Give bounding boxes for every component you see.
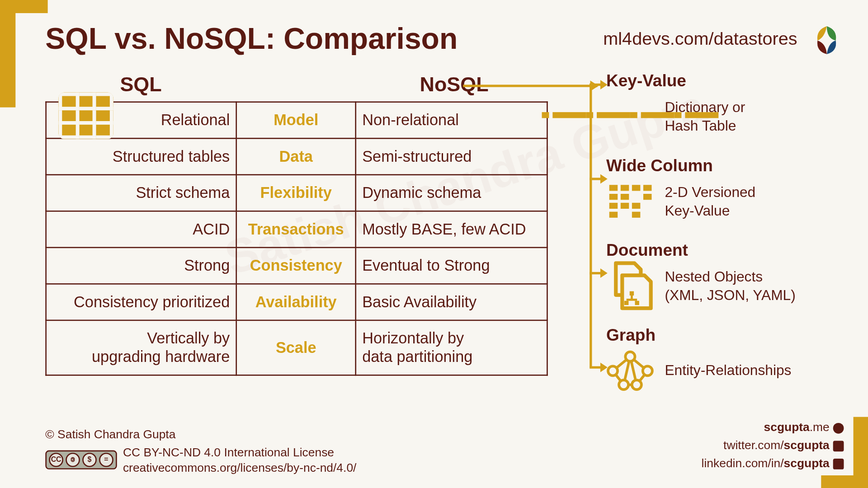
svg-rect-0 bbox=[630, 291, 634, 296]
type-title: Graph bbox=[606, 326, 845, 345]
linkedin-link: linkedin.com/in/scgupta bbox=[702, 454, 844, 472]
personal-site-link: scgupta.me bbox=[702, 418, 844, 436]
sql-cell: Strict schema bbox=[46, 175, 236, 211]
nosql-cell: Horizontally by data partitioning bbox=[356, 320, 547, 375]
table-row: StrongConsistencyEventual to Strong bbox=[46, 248, 547, 284]
category-cell: Model bbox=[236, 102, 356, 139]
nosql-cell: Eventual to Strong bbox=[356, 248, 547, 284]
category-cell: Transactions bbox=[236, 211, 356, 248]
category-cell: Data bbox=[236, 138, 356, 175]
type-title: Wide Column bbox=[606, 156, 845, 175]
nosql-cell: Non-relational bbox=[356, 102, 547, 139]
footer-right: scgupta.me twitter.com/scgupta linkedin.… bbox=[702, 418, 844, 472]
svg-rect-3 bbox=[624, 301, 628, 305]
nosql-cell: Dynamic schema bbox=[356, 175, 547, 211]
sql-cell: Consistency prioritized bbox=[46, 284, 236, 320]
category-cell: Availability bbox=[236, 284, 356, 320]
svg-point-15 bbox=[619, 380, 628, 389]
type-desc: Dictionary or Hash Table bbox=[665, 98, 745, 135]
linkedin-icon bbox=[833, 459, 844, 469]
type-title: Document bbox=[606, 241, 845, 260]
connector-vertical bbox=[590, 84, 592, 367]
category-cell: Consistency bbox=[236, 248, 356, 284]
connector-arrow bbox=[590, 366, 601, 368]
table-row: ACIDTransactionsMostly BASE, few ACID bbox=[46, 211, 547, 248]
license-name: CC BY-NC-ND 4.0 International License bbox=[123, 444, 356, 460]
document-icon bbox=[606, 265, 654, 306]
svg-rect-4 bbox=[635, 301, 639, 305]
table-icon bbox=[58, 93, 113, 139]
graph-icon bbox=[606, 350, 654, 391]
page-title: SQL vs. NoSQL: Comparison bbox=[45, 22, 458, 56]
globe-icon bbox=[833, 423, 844, 434]
type-graph: Graph Entity-R bbox=[606, 326, 845, 391]
sql-cell: Strong bbox=[46, 248, 236, 284]
svg-point-16 bbox=[632, 380, 642, 389]
svg-point-13 bbox=[608, 366, 618, 375]
cc-license-badge-icon: CC🄯$= bbox=[45, 450, 117, 469]
type-key-value: Key-Value Dictionary or Hash Table bbox=[606, 71, 845, 137]
sql-cell: ACID bbox=[46, 211, 236, 248]
nosql-types-list: Key-Value Dictionary or Hash Table Wide … bbox=[606, 71, 845, 410]
table-row: Strict schemaFlexibilityDynamic schema bbox=[46, 175, 547, 211]
twitter-link: twitter.com/scgupta bbox=[702, 436, 844, 454]
corner-decoration-top-left bbox=[0, 0, 15, 108]
table-row: Vertically by upgrading hardwareScaleHor… bbox=[46, 320, 547, 375]
source-url: ml4devs.com/datastores bbox=[603, 28, 797, 49]
corner-decoration-bottom-right bbox=[854, 417, 868, 488]
site-logo-icon bbox=[807, 23, 846, 58]
comparison-table: RelationalModelNon-relational Structured… bbox=[45, 101, 547, 375]
key-value-icon bbox=[606, 95, 654, 137]
table-row: Consistency prioritizedAvailabilityBasic… bbox=[46, 284, 547, 320]
nosql-cell: Semi-structured bbox=[356, 138, 547, 175]
table-row: Structured tablesDataSemi-structured bbox=[46, 138, 547, 175]
type-desc: Nested Objects (XML, JSON, YAML) bbox=[665, 267, 795, 304]
type-title: Key-Value bbox=[606, 71, 845, 90]
connector-arrow bbox=[590, 178, 601, 180]
table-row: RelationalModelNon-relational bbox=[46, 102, 547, 139]
connector-line bbox=[463, 82, 597, 88]
svg-point-14 bbox=[643, 366, 652, 375]
type-wide-column: Wide Column 2-D Versioned Key-Value bbox=[606, 156, 845, 222]
category-cell: Flexibility bbox=[236, 175, 356, 211]
connector-arrow bbox=[590, 272, 601, 274]
wide-column-icon bbox=[606, 180, 654, 222]
svg-point-12 bbox=[625, 352, 635, 361]
nosql-cell: Basic Availability bbox=[356, 284, 547, 320]
copyright-text: © Satish Chandra Gupta bbox=[45, 427, 356, 442]
category-cell: Scale bbox=[236, 320, 356, 375]
sql-cell: Vertically by upgrading hardware bbox=[46, 320, 236, 375]
footer-left: © Satish Chandra Gupta CC🄯$= CC BY-NC-ND… bbox=[45, 427, 356, 475]
license-url: creativecommons.org/licenses/by-nc-nd/4.… bbox=[123, 460, 356, 475]
connector-arrow bbox=[590, 84, 601, 86]
type-desc: 2-D Versioned Key-Value bbox=[665, 183, 755, 220]
twitter-icon bbox=[833, 441, 844, 451]
nosql-cell: Mostly BASE, few ACID bbox=[356, 211, 547, 248]
sql-cell: Structured tables bbox=[46, 138, 236, 175]
type-desc: Entity-Relationships bbox=[665, 361, 791, 380]
type-document: Document Nested Objects (XML, JSON, YAML… bbox=[606, 241, 845, 306]
